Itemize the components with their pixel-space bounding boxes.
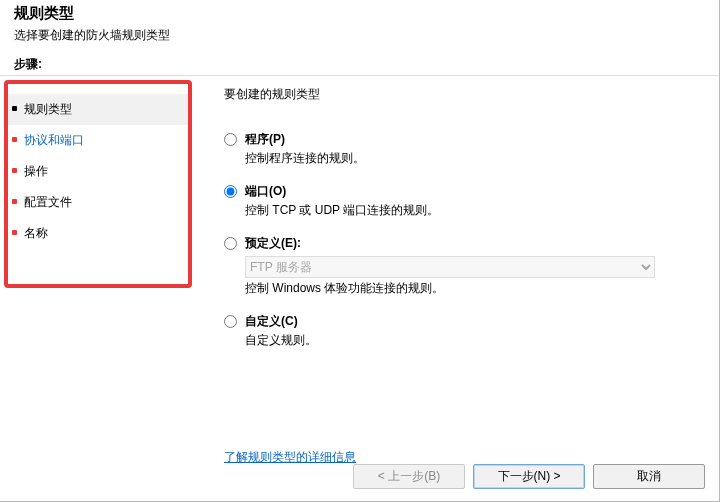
option-body: 端口(O) 控制 TCP 或 UDP 端口连接的规则。 <box>245 183 699 219</box>
sidebar-item-label: 协议和端口 <box>24 133 84 147</box>
body: 规则类型 协议和端口 操作 配置文件 名称 <box>0 76 719 466</box>
bullet-icon <box>12 168 17 173</box>
option-title: 自定义(C) <box>245 313 699 330</box>
radio-custom[interactable] <box>224 315 237 328</box>
footer: < 上一步(B) 下一步(N) > 取消 <box>353 464 705 489</box>
option-body: 程序(P) 控制程序连接的规则。 <box>245 131 699 167</box>
sidebar-item-name[interactable]: 名称 <box>8 218 188 249</box>
header: 规则类型 选择要创建的防火墙规则类型 <box>0 0 719 56</box>
option-custom: 自定义(C) 自定义规则。 <box>224 313 699 349</box>
radio-program[interactable] <box>224 133 237 146</box>
bullet-icon <box>12 106 17 111</box>
option-desc: 控制 Windows 体验功能连接的规则。 <box>245 280 699 297</box>
option-body: 预定义(E): FTP 服务器 控制 Windows 体验功能连接的规则。 <box>245 235 699 297</box>
option-program: 程序(P) 控制程序连接的规则。 <box>224 131 699 167</box>
lead-text: 要创建的规则类型 <box>224 86 699 103</box>
option-desc: 控制 TCP 或 UDP 端口连接的规则。 <box>245 202 699 219</box>
sidebar-item-profile[interactable]: 配置文件 <box>8 187 188 218</box>
back-button[interactable]: < 上一步(B) <box>353 464 465 489</box>
option-port: 端口(O) 控制 TCP 或 UDP 端口连接的规则。 <box>224 183 699 219</box>
bullet-icon <box>12 137 17 142</box>
predefined-combo-wrap: FTP 服务器 <box>245 256 655 278</box>
radio-predefined[interactable] <box>224 237 237 250</box>
main-panel: 要创建的规则类型 程序(P) 控制程序连接的规则。 端口(O) 控制 TCP 或… <box>196 76 719 466</box>
radio-port[interactable] <box>224 185 237 198</box>
learn-more-link[interactable]: 了解规则类型的详细信息 <box>224 449 356 466</box>
bullet-icon <box>12 230 17 235</box>
option-title: 程序(P) <box>245 131 699 148</box>
sidebar-item-label: 名称 <box>24 226 48 240</box>
sidebar-item-label: 配置文件 <box>24 195 72 209</box>
option-desc: 控制程序连接的规则。 <box>245 150 699 167</box>
sidebar-item-action[interactable]: 操作 <box>8 156 188 187</box>
sidebar-item-label: 操作 <box>24 164 48 178</box>
option-title: 端口(O) <box>245 183 699 200</box>
steps-heading: 步骤: <box>14 56 719 73</box>
next-button[interactable]: 下一步(N) > <box>473 464 585 489</box>
sidebar-item-label: 规则类型 <box>24 102 72 116</box>
sidebar-item-protocol-port[interactable]: 协议和端口 <box>8 125 188 156</box>
sidebar: 规则类型 协议和端口 操作 配置文件 名称 <box>0 76 196 466</box>
option-title: 预定义(E): <box>245 235 699 252</box>
cancel-button[interactable]: 取消 <box>593 464 705 489</box>
option-desc: 自定义规则。 <box>245 332 699 349</box>
bullet-icon <box>12 199 17 204</box>
highlight-box: 规则类型 协议和端口 操作 配置文件 名称 <box>4 80 192 288</box>
option-body: 自定义(C) 自定义规则。 <box>245 313 699 349</box>
sidebar-item-rule-type[interactable]: 规则类型 <box>8 94 188 125</box>
page-title: 规则类型 <box>14 4 705 23</box>
predefined-combo[interactable]: FTP 服务器 <box>245 256 655 278</box>
page-subtitle: 选择要创建的防火墙规则类型 <box>14 27 705 44</box>
option-predefined: 预定义(E): FTP 服务器 控制 Windows 体验功能连接的规则。 <box>224 235 699 297</box>
wizard-window: 规则类型 选择要创建的防火墙规则类型 步骤: 规则类型 协议和端口 操作 <box>0 0 720 502</box>
